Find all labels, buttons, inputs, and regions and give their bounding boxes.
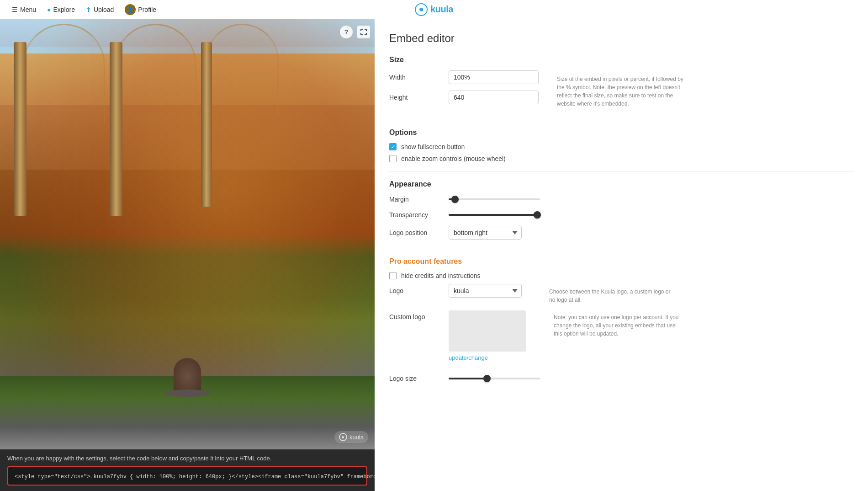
show-fullscreen-label: show fullscreen button [401, 143, 465, 150]
explore-label: Explore [53, 6, 75, 13]
custom-logo-note: Note: you can only use one logo per acco… [554, 313, 682, 338]
margin-slider-container [449, 195, 540, 204]
logo-position-label: Logo position [389, 229, 449, 236]
fountain-base [164, 390, 210, 397]
logo-row: Logo kuula custom none [389, 284, 522, 298]
options-section-title: Options [389, 128, 853, 137]
margin-track [449, 198, 540, 200]
logo-text: kuula [430, 4, 453, 15]
divider-3 [389, 249, 853, 249]
logo-circle-icon [415, 3, 428, 16]
logo-position-select[interactable]: top left top right bottom left bottom ri… [449, 226, 522, 240]
transparency-slider-container [449, 210, 540, 219]
watermark-text: kuula [349, 434, 364, 441]
help-button[interactable]: ? [340, 26, 353, 38]
appearance-section: Appearance Margin Transparency [389, 180, 853, 240]
enable-zoom-row: enable zoom controls (mouse wheel) [389, 155, 853, 162]
nav-explore[interactable]: ● Explore [42, 3, 79, 16]
navbar: ☰ Menu ● Explore ⬆ Upload 👤 Profile kuul… [0, 0, 868, 19]
logo-hint-text: Choose between the Kuula logo, a custom … [549, 288, 677, 304]
size-hint-container: Size of the embed in pixels or percent, … [557, 56, 685, 108]
show-fullscreen-row: show fullscreen button [389, 143, 853, 150]
column-3 [201, 42, 212, 207]
menu-icon: ☰ [12, 6, 18, 13]
transparency-thumb[interactable] [534, 211, 541, 219]
fullscreen-icon [360, 29, 367, 35]
width-label: Width [389, 74, 449, 81]
logo-field-left: Logo kuula custom none [389, 284, 522, 304]
logo-size-row: Logo size [389, 374, 853, 383]
height-label: Height [389, 94, 449, 101]
panorama-container: ? kuula [0, 19, 375, 449]
fullscreen-button[interactable] [357, 26, 370, 38]
upload-label: Upload [94, 6, 114, 13]
show-fullscreen-checkbox[interactable] [389, 143, 397, 150]
bottom-bar: When you are happy with the settings, se… [0, 449, 375, 491]
custom-logo-label: Custom logo [389, 310, 449, 320]
bottom-info-text: When you are happy with the settings, se… [7, 455, 367, 462]
editor-panel: Embed editor Size Width Height Size of t… [375, 19, 868, 491]
column-1 [14, 42, 26, 216]
transparency-fill [449, 214, 535, 216]
height-row: Height [389, 91, 539, 104]
panorama-scene [0, 19, 375, 449]
transparency-row: Transparency [389, 210, 853, 219]
logo-size-track [449, 378, 540, 379]
logo-size-slider-container [449, 374, 540, 383]
code-box[interactable]: <style type="text/css">.kuula7fybv { wid… [7, 466, 367, 486]
hide-credits-label: hide credits and instructions [401, 272, 481, 279]
logo-dot-icon [419, 8, 423, 11]
transparency-label: Transparency [389, 211, 449, 219]
profile-label: Profile [138, 6, 156, 13]
explore-icon: ● [47, 6, 51, 13]
custom-logo-hint-col: Note: you can only use one logo per acco… [545, 310, 682, 338]
nav-logo[interactable]: kuula [415, 3, 453, 16]
options-section: Options show fullscreen button enable zo… [389, 128, 853, 162]
update-change-link[interactable]: update/change [449, 354, 526, 361]
hide-credits-row: hide credits and instructions [389, 272, 853, 279]
upload-icon: ⬆ [86, 6, 91, 13]
divider-1 [389, 120, 853, 120]
watermark-dot-icon [342, 436, 344, 438]
appearance-section-title: Appearance [389, 180, 853, 188]
nav-menu[interactable]: ☰ Menu [7, 3, 41, 16]
divider-2 [389, 171, 853, 172]
viewer-panel: ? kuula When you are happy with the sett… [0, 19, 375, 491]
custom-logo-row: Custom logo update/change [389, 310, 526, 361]
custom-logo-content: update/change [449, 310, 526, 361]
size-section: Size Width Height [389, 56, 539, 111]
width-row: Width [389, 70, 539, 84]
margin-row: Margin [389, 195, 853, 204]
column-2 [110, 42, 122, 216]
kuula-watermark: kuula [334, 431, 368, 443]
logo-label: Logo [389, 287, 449, 294]
logo-size-fill [449, 378, 485, 379]
hide-credits-checkbox[interactable] [389, 272, 397, 279]
editor-title: Embed editor [389, 32, 853, 45]
nav-left: ☰ Menu ● Explore ⬆ Upload 👤 Profile [7, 1, 161, 18]
main-layout: ? kuula When you are happy with the sett… [0, 19, 868, 491]
height-input[interactable] [449, 91, 539, 104]
margin-thumb[interactable] [451, 196, 459, 203]
custom-logo-left: Custom logo update/change [389, 310, 526, 368]
nav-profile[interactable]: 👤 Profile [120, 1, 161, 18]
pro-section-title: Pro account features [389, 257, 853, 266]
enable-zoom-label: enable zoom controls (mouse wheel) [401, 155, 506, 162]
avatar: 👤 [125, 4, 136, 15]
watermark-circle-icon [339, 433, 347, 441]
custom-logo-box [449, 310, 526, 352]
logo-size-label: Logo size [389, 375, 449, 382]
logo-size-thumb[interactable] [483, 375, 491, 382]
logo-position-row: Logo position top left top right bottom … [389, 226, 853, 240]
logo-hint-col: Choose between the Kuula logo, a custom … [540, 284, 677, 304]
enable-zoom-checkbox[interactable] [389, 155, 397, 162]
margin-label: Margin [389, 196, 449, 203]
logo-select[interactable]: kuula custom none [449, 284, 522, 298]
width-input[interactable] [449, 70, 539, 84]
size-section-title: Size [389, 56, 539, 64]
nav-upload[interactable]: ⬆ Upload [81, 3, 118, 16]
menu-label: Menu [20, 6, 36, 13]
pro-section: Pro account features hide credits and in… [389, 257, 853, 383]
fountain [174, 358, 201, 395]
transparency-track [449, 214, 540, 216]
